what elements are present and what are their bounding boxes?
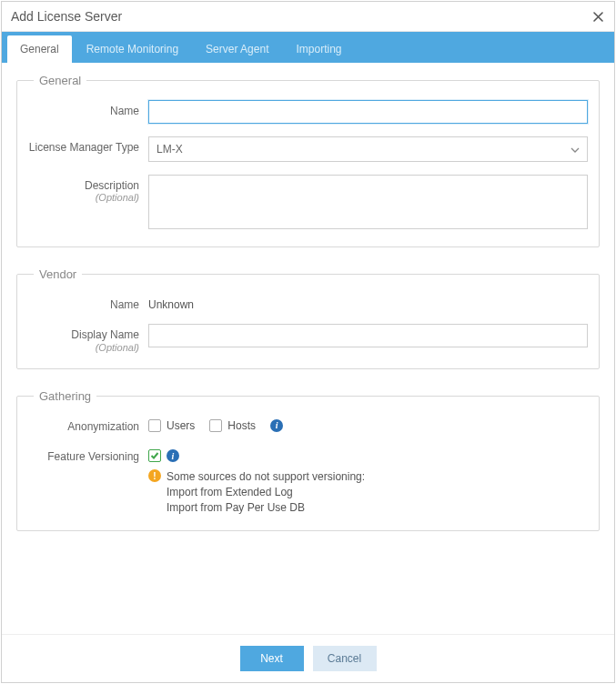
label-name: Name <box>28 100 148 117</box>
name-input[interactable] <box>148 100 588 124</box>
dialog-content: General Name License Manager Type LM-X <box>2 63 614 634</box>
next-button[interactable]: Next <box>240 646 304 671</box>
label-display-name-text: Display Name <box>71 328 139 341</box>
label-vendor-display-name: Display Name (Optional) <box>28 324 148 354</box>
checkbox-hosts[interactable] <box>209 419 222 432</box>
warning-icon: ! <box>148 469 161 482</box>
label-description-text: Description <box>85 179 139 192</box>
dialog-footer: Next Cancel <box>2 634 614 682</box>
vendor-name-value: Unknown <box>148 294 588 311</box>
row-vendor-display-name: Display Name (Optional) <box>28 324 588 354</box>
dialog-titlebar: Add License Server <box>2 2 614 32</box>
checkbox-users-label: Users <box>167 419 195 432</box>
group-gathering-legend: Gathering <box>34 389 96 403</box>
dialog-title: Add License Server <box>11 9 122 24</box>
tab-general[interactable]: General <box>7 35 72 63</box>
add-license-server-dialog: Add License Server General Remote Monito… <box>1 1 615 683</box>
label-lmt: License Manager Type <box>28 136 148 154</box>
tab-label: General <box>20 43 59 55</box>
fv-warning-text: Some sources do not support versioning: <box>167 469 365 485</box>
label-vendor-name: Name <box>28 294 148 311</box>
cancel-button[interactable]: Cancel <box>313 646 377 671</box>
checkbox-hosts-label: Hosts <box>227 419 256 432</box>
tabstrip: General Remote Monitoring Server Agent I… <box>2 32 614 63</box>
group-vendor: Vendor Name Unknown Display Name (Option… <box>16 267 600 369</box>
tab-label: Server Agent <box>206 43 268 55</box>
fv-warning-sub1: Import from Extended Log <box>167 485 588 500</box>
description-textarea[interactable] <box>148 175 588 229</box>
checkbox-users[interactable] <box>148 419 161 432</box>
group-gathering: Gathering Anonymization Users Hosts i <box>16 389 600 531</box>
group-vendor-legend: Vendor <box>34 267 82 281</box>
tab-remote-monitoring[interactable]: Remote Monitoring <box>74 35 191 63</box>
label-display-name-optional: (Optional) <box>28 342 139 354</box>
info-icon[interactable]: i <box>270 419 283 432</box>
group-general: General Name License Manager Type LM-X <box>16 74 600 247</box>
display-name-input[interactable] <box>148 324 588 347</box>
tab-server-agent[interactable]: Server Agent <box>193 35 281 63</box>
fv-warning: ! Some sources do not support versioning… <box>148 469 588 485</box>
tab-label: Importing <box>296 43 341 55</box>
cancel-button-label: Cancel <box>328 652 361 665</box>
row-feature-versioning: Feature Versioning i ! Some sources do n… <box>28 446 588 515</box>
label-feature-versioning: Feature Versioning <box>28 446 148 463</box>
checkbox-feature-versioning[interactable] <box>148 449 161 462</box>
tab-label: Remote Monitoring <box>86 43 178 55</box>
tab-importing[interactable]: Importing <box>283 35 354 63</box>
row-name: Name <box>28 100 588 124</box>
label-description-optional: (Optional) <box>28 192 139 204</box>
row-description: Description (Optional) <box>28 175 588 232</box>
group-general-legend: General <box>34 74 86 87</box>
chevron-down-icon <box>571 143 580 156</box>
info-icon[interactable]: i <box>167 449 179 462</box>
row-vendor-name: Name Unknown <box>28 294 588 311</box>
row-license-manager-type: License Manager Type LM-X <box>28 136 588 162</box>
license-manager-type-select[interactable]: LM-X <box>148 136 588 162</box>
close-icon <box>593 12 603 22</box>
row-anonymization: Anonymization Users Hosts i <box>28 416 588 433</box>
next-button-label: Next <box>260 652 283 665</box>
close-button[interactable] <box>591 9 605 24</box>
label-anonymization: Anonymization <box>28 416 148 433</box>
label-description: Description (Optional) <box>28 175 148 205</box>
lmt-selected-value: LM-X <box>157 143 183 156</box>
fv-warning-sub2: Import from Pay Per Use DB <box>167 500 588 516</box>
